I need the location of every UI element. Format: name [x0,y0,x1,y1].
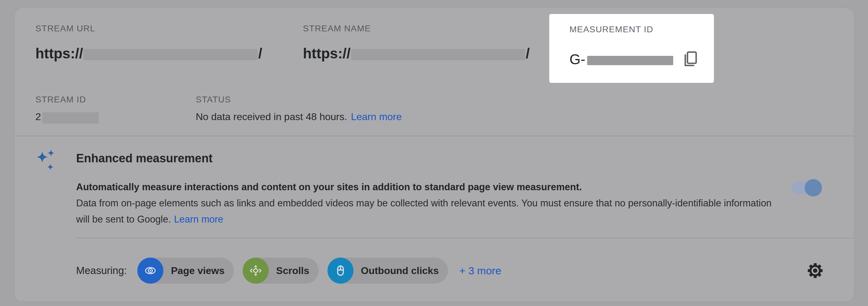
status-message: No data received in past 48 hours. [196,111,347,123]
measuring-settings-button[interactable] [806,262,824,279]
status-value: No data received in past 48 hours. Learn… [196,110,402,124]
chip-label: Page views [171,265,225,276]
stream-url-suffix: / [258,45,262,62]
stream-url-value: https:// / [35,45,262,62]
stream-url-label: STREAM URL [35,23,95,34]
chip-scrolls: Scrolls [243,258,319,284]
toggle-knob [805,179,822,197]
measurement-id-highlight-box: MEASUREMENT ID G- [549,14,714,83]
chip-label: Scrolls [276,265,309,276]
chip-page-views: Page views [137,258,234,284]
chip-outbound-clicks: Outbound clicks [328,258,448,284]
measurement-id-value: G- [569,50,699,69]
status-learn-more-link[interactable]: Learn more [351,111,402,123]
stream-name-value: https:// / [303,45,530,62]
scroll-icon [243,258,269,284]
stream-url-redaction-bar [84,49,257,60]
web-stream-details-card: STREAM URL https:// / STREAM NAME https:… [14,7,855,302]
copy-measurement-id-button[interactable] [681,50,699,69]
stream-name-suffix: / [526,45,530,62]
enhanced-measurement-description-body: Data from on-page elements such as links… [76,195,778,228]
content-copy-icon [681,50,699,68]
measurement-id-redaction-bar [587,56,673,65]
stream-id-prefix: 2 [35,111,41,123]
enhanced-measurement-title: Enhanced measurement [76,151,213,165]
mouse-icon [328,258,353,284]
measuring-row: Measuring: Page views [76,258,501,284]
gear-icon [806,262,824,279]
enhanced-measurement-learn-more-link[interactable]: Learn more [174,214,223,225]
enhanced-measurement-toggle[interactable] [792,179,822,197]
chip-label: Outbound clicks [361,265,439,276]
sparkles-icon [35,149,55,171]
enhanced-measurement-description: Automatically measure interactions and c… [76,179,778,228]
stream-id-label: STREAM ID [35,94,86,105]
measuring-label: Measuring: [76,265,127,276]
measurement-id-label: MEASUREMENT ID [569,24,653,35]
stream-id-value: 2 [35,110,99,124]
status-label: STATUS [196,94,231,105]
stream-url-prefix: https:// [35,45,83,62]
measurement-id-prefix: G- [569,51,585,68]
stream-name-label: STREAM NAME [303,23,371,34]
section-divider-bottom [76,238,854,238]
stream-name-prefix: https:// [303,45,350,62]
stream-name-redaction-bar [351,49,525,60]
eye-icon [137,258,163,284]
more-events-link[interactable]: + 3 more [459,265,501,277]
stream-id-redaction-bar [42,112,99,124]
enhanced-measurement-description-bold: Automatically measure interactions and c… [76,179,778,195]
section-divider-top [14,136,854,136]
